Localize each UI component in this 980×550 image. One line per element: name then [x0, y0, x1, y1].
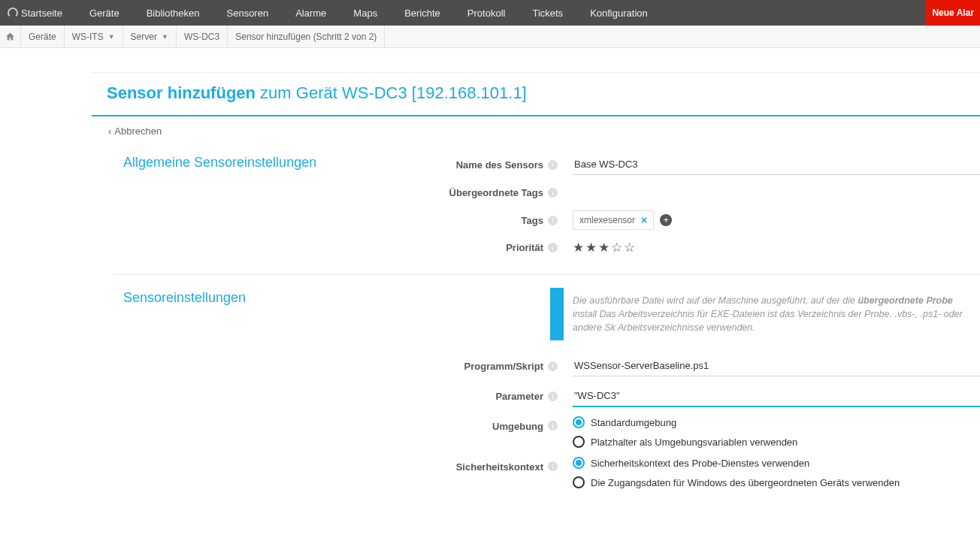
cancel-link[interactable]: ‹Abbrechen: [92, 116, 980, 146]
form-sensor: Programm/Skripti Parameteri Umgebungi St…: [92, 351, 980, 493]
add-tag-button[interactable]: +: [660, 214, 672, 226]
label-tags: Tagsi: [114, 206, 565, 234]
info-icon[interactable]: i: [548, 391, 558, 401]
form-general: Name des Sensorsi Übergeordnete Tagsi Ta…: [92, 150, 980, 261]
radio-env-placeholder[interactable]: Platzhalter als Umgebungsvariablen verwe…: [573, 436, 797, 448]
home-icon: [5, 32, 15, 41]
radio-icon: [573, 416, 585, 428]
top-nav: Startseite Geräte Bibliotheken Sensoren …: [0, 0, 980, 26]
info-icon[interactable]: i: [548, 243, 558, 252]
chevron-down-icon: ▼: [162, 33, 168, 41]
label-sensor-name: Name des Sensorsi: [114, 150, 565, 180]
info-icon[interactable]: i: [548, 216, 558, 225]
star-icon[interactable]: ★: [573, 240, 584, 255]
parameter-input[interactable]: [573, 385, 980, 407]
divider: [114, 274, 980, 275]
label-parent-tags: Übergeordnete Tagsi: [114, 180, 565, 206]
callout-text: Die ausführbare Datei wird auf der Masch…: [564, 288, 980, 340]
radio-sec-probe[interactable]: Sicherheitskontext des Probe-Dienstes ve…: [573, 457, 900, 469]
radio-icon: [573, 457, 585, 469]
radio-env-default[interactable]: Standardumgebung: [573, 416, 797, 428]
breadcrumb-current: Sensor hinzufügen (Schritt 2 von 2): [228, 26, 385, 48]
nav-maps[interactable]: Maps: [340, 0, 391, 26]
nav-reports[interactable]: Berichte: [391, 0, 454, 26]
nav-alarms[interactable]: Alarme: [282, 0, 340, 26]
nav-sensors[interactable]: Sensoren: [213, 0, 283, 26]
star-icon[interactable]: ☆: [624, 240, 635, 255]
label-priority: Prioritäti: [114, 234, 565, 261]
breadcrumb-home[interactable]: [0, 26, 21, 48]
radio-icon: [573, 436, 585, 448]
page-header: Sensor hinzufügen zum Gerät WS-DC3 [192.…: [92, 73, 980, 116]
label-parameter: Parameteri: [114, 381, 565, 412]
star-icon[interactable]: ★: [598, 240, 609, 255]
star-icon[interactable]: ★: [585, 240, 597, 255]
logo-icon: [8, 8, 18, 18]
nav-label: Startseite: [21, 8, 62, 19]
info-icon[interactable]: i: [548, 421, 558, 431]
info-icon[interactable]: i: [548, 160, 558, 170]
security-radio-group: Sicherheitskontext des Probe-Dienstes ve…: [573, 457, 900, 488]
info-callout: Die ausführbare Datei wird auf der Masch…: [550, 288, 980, 340]
page: Sensor hinzufügen zum Gerät WS-DC3 [192.…: [92, 72, 980, 523]
radio-icon: [573, 476, 585, 488]
priority-stars[interactable]: ★ ★ ★ ☆ ☆: [573, 240, 635, 255]
nav-tickets[interactable]: Tickets: [519, 0, 576, 26]
environment-radio-group: Standardumgebung Platzhalter als Umgebun…: [573, 416, 797, 448]
nav-config[interactable]: Konfiguration: [576, 0, 661, 26]
new-alarm-button[interactable]: Neue Alar: [926, 0, 980, 26]
sensor-name-input[interactable]: [573, 154, 980, 175]
label-security: Sicherheitskontexti: [114, 452, 565, 493]
chevron-left-icon: ‹: [108, 125, 111, 137]
label-environment: Umgebungi: [114, 412, 565, 452]
page-title: Sensor hinzufügen zum Gerät WS-DC3 [192.…: [107, 83, 965, 103]
callout-accent: [550, 288, 564, 340]
breadcrumb-item[interactable]: Server▼: [123, 26, 177, 48]
star-icon[interactable]: ☆: [611, 240, 622, 255]
breadcrumb-item[interactable]: Geräte: [21, 26, 65, 48]
nav-log[interactable]: Protokoll: [454, 0, 519, 26]
script-input[interactable]: [573, 355, 980, 376]
parent-tags-value: [565, 180, 980, 206]
radio-sec-windows[interactable]: Die Zugangsdaten für Windows des übergeo…: [573, 476, 900, 488]
remove-tag-icon[interactable]: ×: [641, 214, 647, 226]
breadcrumb-item[interactable]: WS-ITS▼: [65, 26, 123, 48]
label-script: Programm/Skripti: [114, 351, 565, 381]
nav-home[interactable]: Startseite: [5, 0, 76, 26]
breadcrumb: Geräte WS-ITS▼ Server▼ WS-DC3 Sensor hin…: [0, 26, 980, 48]
nav-libraries[interactable]: Bibliotheken: [133, 0, 213, 26]
tag-chip: xmlexesensor ×: [573, 210, 654, 230]
info-icon[interactable]: i: [548, 361, 558, 371]
nav-devices[interactable]: Geräte: [76, 0, 133, 26]
info-icon[interactable]: i: [548, 188, 558, 198]
chevron-down-icon: ▼: [108, 33, 115, 41]
breadcrumb-item[interactable]: WS-DC3: [177, 26, 228, 48]
info-icon[interactable]: i: [548, 461, 558, 471]
